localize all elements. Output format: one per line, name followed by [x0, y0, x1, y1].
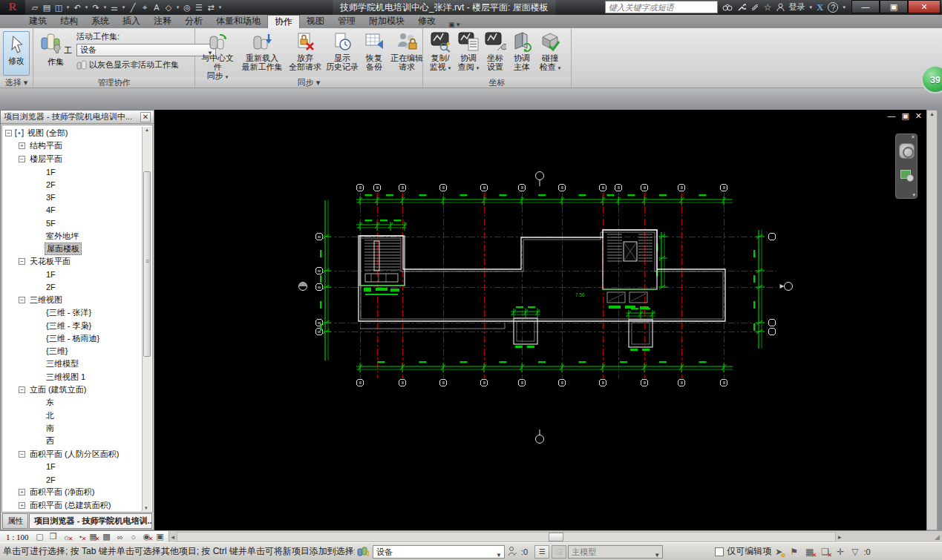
modify-tool-button[interactable]: 修改 — [3, 31, 30, 76]
editable-only-checkbox[interactable]: 仅可编辑项 — [715, 545, 771, 558]
browser-item-label[interactable]: 面积平面 (总建筑面积) — [28, 500, 112, 511]
reload-latest-button[interactable]: 重新载入最新工作集 — [238, 30, 286, 71]
browser-item[interactable]: 1F — [2, 268, 143, 280]
search-icon[interactable] — [722, 3, 733, 12]
design-option-select[interactable]: 主模型▼ — [568, 545, 663, 559]
chevron-down-icon[interactable]: ▾ — [84, 4, 89, 10]
browser-item[interactable]: 屋面楼板 — [2, 243, 143, 255]
worksharing-display-icon[interactable]: ◉✕ — [142, 532, 152, 541]
browser-item-label[interactable]: {三维 - 张洋} — [45, 307, 93, 318]
browser-item-selected-label[interactable]: 屋面楼板 — [45, 243, 82, 255]
worksets-button[interactable]: 工作集 — [38, 31, 73, 67]
browser-item-label[interactable]: 西 — [45, 435, 56, 447]
roof-shaft-2[interactable] — [629, 320, 652, 347]
stair-core-left[interactable] — [360, 236, 405, 286]
select-by-face-icon[interactable]: ❏✕ — [821, 547, 829, 557]
resize-grip[interactable]: ◢ — [935, 533, 942, 541]
chevron-down-icon[interactable]: ▾ — [102, 4, 108, 10]
browser-item[interactable]: −面积平面 (人防分区面积) — [2, 447, 143, 460]
elevation-markers[interactable] — [299, 172, 793, 444]
browser-item-label[interactable]: 4F — [45, 205, 57, 214]
hscroll-left-arrow[interactable]: ◂ — [169, 533, 177, 541]
tab-manage[interactable]: 管理 — [331, 15, 362, 28]
collapse-icon[interactable]: − — [19, 297, 25, 303]
tab-structure[interactable]: 结构 — [53, 15, 85, 28]
browser-item-label[interactable]: 3F — [45, 193, 57, 202]
browser-item[interactable]: 南 — [2, 422, 143, 435]
browser-item[interactable]: 三维视图 1 — [2, 371, 143, 383]
browser-item-label[interactable]: 1F — [45, 462, 57, 471]
browser-item[interactable]: 2F — [2, 281, 143, 294]
coord-review-button[interactable]: 协调查阅 ▾ — [456, 30, 481, 73]
browser-item[interactable]: 北 — [2, 409, 143, 422]
select-panel-label[interactable]: 选择 ▾ — [0, 77, 33, 88]
browser-item[interactable]: +面积平面 (总建筑面积) — [2, 499, 143, 512]
browser-scrollbar[interactable]: ▴ ▾ — [142, 127, 151, 511]
sun-path-off-icon[interactable]: ☼✕ — [62, 533, 72, 541]
browser-item[interactable]: 室外地坪 — [2, 229, 143, 242]
coord-host-button[interactable]: 协调主体 — [509, 30, 534, 71]
wrench-icon[interactable] — [737, 3, 746, 12]
browser-item-label[interactable]: 北 — [45, 410, 56, 421]
browser-item-label[interactable]: 三维视图 — [28, 294, 64, 306]
show-crop-icon[interactable]: ▩ — [102, 532, 112, 541]
browser-item-label[interactable]: 面积平面 (人防分区面积) — [28, 449, 120, 460]
checkbox-icon[interactable] — [715, 547, 724, 556]
view-restore-icon[interactable]: ▣ — [901, 111, 909, 121]
browser-item[interactable]: +结构平面 — [2, 139, 143, 152]
browser-item[interactable]: −天花板平面 — [2, 255, 143, 268]
expand-icon[interactable]: + — [19, 142, 25, 149]
tab-project-browser[interactable]: 项目浏览器 - 技师学院机电培训... — [29, 513, 152, 529]
open-icon[interactable]: ▱ — [30, 3, 40, 13]
help-icon[interactable]: ? — [828, 2, 838, 13]
zoom-tool-icon[interactable] — [900, 170, 911, 179]
browser-item[interactable]: −立面 (建筑立面) — [2, 383, 143, 396]
browser-item[interactable]: {三维 - 杨雨迪} — [2, 332, 143, 345]
browser-item[interactable]: 2F — [2, 178, 143, 191]
copy-monitor-button[interactable]: 复制/监视 ▾ — [426, 30, 454, 73]
redo-icon[interactable]: ↷ — [91, 3, 101, 13]
browser-item-label[interactable]: 立面 (建筑立面) — [28, 384, 88, 395]
project-browser-titlebar[interactable]: 项目浏览器 - 技师学院机电培训中... ✕ — [1, 111, 154, 124]
sync-icon[interactable]: ◫ — [53, 3, 64, 13]
aligned-dimension-icon[interactable]: ╱ — [128, 3, 138, 13]
history-button[interactable]: 显示历史记录 — [324, 30, 360, 71]
workset-status-select[interactable]: 设备▼ — [373, 545, 505, 559]
select-pinned-icon[interactable]: ▦✕ — [805, 547, 814, 557]
navbar-close-icon[interactable]: ✕ — [911, 134, 915, 140]
minimize-button[interactable]: — — [851, 0, 880, 13]
browser-item-label[interactable]: 2F — [45, 283, 57, 291]
collapse-icon[interactable]: − — [19, 258, 25, 265]
collapse-icon[interactable]: − — [19, 451, 25, 458]
browser-item-label[interactable]: 室外地坪 — [45, 231, 80, 242]
section-icon[interactable]: ◎ — [182, 3, 192, 13]
tab-insert[interactable]: 插入 — [116, 15, 147, 28]
roof-outline[interactable] — [359, 230, 725, 321]
tab-properties[interactable]: 属性 — [2, 513, 28, 529]
browser-item-label[interactable]: 2F — [45, 180, 57, 189]
design-options-icon[interactable]: ☰ — [534, 545, 549, 559]
save-icon[interactable]: ▤ — [42, 3, 52, 13]
close-button[interactable]: ✕ — [908, 0, 941, 13]
browser-item-label[interactable]: {三维 - 杨雨迪} — [45, 333, 101, 344]
browser-item[interactable]: 4F — [2, 204, 143, 217]
reveal-hidden-icon[interactable]: ∞ — [115, 533, 125, 541]
browser-item-label[interactable]: 1F — [45, 168, 57, 177]
floor-plan-drawing[interactable]: 7.56 — [154, 110, 926, 530]
crop-off-icon[interactable]: ▦✕ — [88, 532, 99, 541]
browser-item-label[interactable]: 天花板平面 — [28, 256, 72, 267]
browser-item[interactable]: −视图 (全部) — [2, 127, 143, 139]
exchange-apps-icon[interactable]: X — [817, 1, 823, 13]
shadows-off-icon[interactable]: ◔✕ — [75, 533, 85, 541]
drag-on-selection-icon[interactable]: ✛ — [837, 547, 844, 557]
hscroll-thumb[interactable] — [549, 533, 563, 541]
browser-item[interactable]: {三维 - 张洋} — [2, 306, 143, 319]
tab-systems[interactable]: 系统 — [85, 15, 116, 28]
browser-item[interactable]: 西 — [2, 435, 143, 447]
signin-label[interactable]: 登录 — [789, 1, 805, 13]
expand-icon[interactable]: + — [19, 489, 25, 495]
browser-item[interactable]: {三维 - 李枭} — [2, 319, 143, 332]
select-links-icon[interactable]: ➤⊙ — [775, 547, 782, 557]
browser-item-label[interactable]: {三维} — [45, 346, 69, 357]
browser-item-label[interactable]: 面积平面 (净面积) — [28, 487, 96, 498]
